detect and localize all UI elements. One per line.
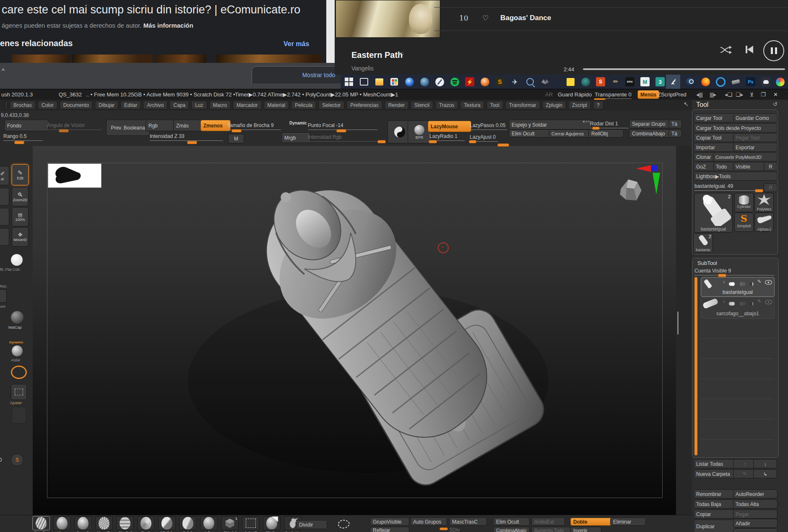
pause-button[interactable] — [763, 40, 784, 61]
track-title[interactable]: Bagoas' Dance — [500, 14, 551, 22]
polymesh-tool-thumb[interactable]: PolyMes — [754, 193, 774, 212]
tool-name-slider-handle[interactable] — [755, 189, 763, 192]
dynamic-label[interactable]: Dynamic — [289, 121, 307, 125]
heart-icon[interactable]: ♡ — [398, 51, 404, 59]
duplicar-button[interactable]: Duplicar — [694, 520, 736, 532]
copiar-subtool-button[interactable]: Copiar — [694, 510, 736, 519]
lightbox-tools-button[interactable]: Lightbox▶Tools — [694, 172, 778, 181]
brush-zmodeler[interactable]: 1 ZModel — [220, 516, 240, 532]
rellobj-button[interactable]: RellObj — [588, 130, 624, 138]
menu-trazos[interactable]: Trazos — [435, 101, 458, 109]
intensidad-rgb-slider[interactable]: Intensidad Rgb — [308, 134, 384, 142]
displacement-icon[interactable] — [750, 300, 754, 307]
d-partial-icon[interactable]: D — [0, 457, 2, 463]
mrgb-button[interactable]: Mrgb — [281, 132, 310, 143]
move-down-button[interactable]: ↓ — [753, 459, 777, 468]
r-button[interactable]: R — [764, 162, 778, 171]
collapse-chevron-icon[interactable]: ^ — [2, 67, 5, 74]
photoshop-icon[interactable]: Ps — [746, 77, 756, 87]
combina-abajo-button[interactable]: CombinaAbajo — [629, 130, 672, 138]
menu-pelicula[interactable]: Pelicula — [291, 101, 316, 109]
sublime-text-icon[interactable]: S — [495, 77, 505, 87]
move-into-button[interactable]: ↳ — [753, 470, 777, 478]
brush-clipcurve[interactable]: ClipCur — [262, 516, 282, 532]
convertir-polymesh-button[interactable]: Convertir PolyMesh3D — [713, 153, 778, 161]
rgb-button[interactable]: Rgb — [146, 120, 177, 131]
red-s-app-icon[interactable]: S — [596, 77, 606, 87]
menu-tool[interactable]: Tool — [486, 101, 503, 109]
brush-inflat[interactable]: Inflat — [199, 516, 219, 532]
cylinder-tool-thumb[interactable]: Cylinder — [734, 193, 754, 212]
steam-icon[interactable] — [685, 77, 695, 87]
elimocult-bottom-button[interactable]: Elim Ocult — [493, 518, 530, 526]
menu-documento[interactable]: Documento — [60, 101, 93, 109]
angulo-slider-handle[interactable] — [59, 129, 69, 132]
menu-help[interactable]: ? — [593, 101, 603, 109]
dim-tray-button[interactable] — [12, 407, 26, 423]
brush-move[interactable]: Move — [52, 516, 72, 532]
doble-button[interactable]: Doble — [570, 518, 613, 526]
shelf-divider-handle[interactable] — [497, 143, 509, 147]
palette-pointer-icon[interactable]: ↖ — [684, 101, 689, 107]
lightning-app-icon[interactable]: ⚡ — [465, 77, 475, 87]
sarcophagus-model[interactable] — [33, 146, 676, 515]
orange-sphere-app-icon[interactable] — [480, 77, 490, 87]
pegar-subtool-button[interactable]: Pegar — [733, 510, 778, 519]
todas-alta-button[interactable]: Todas Alta — [733, 500, 778, 509]
axis-flag-green-icon[interactable] — [653, 173, 660, 195]
r2-button[interactable]: R — [764, 184, 778, 192]
partial-bottom-button[interactable] — [733, 529, 778, 532]
importar-button[interactable]: Importar — [694, 143, 736, 152]
cut-left-icon[interactable] — [0, 188, 9, 205]
subtool-empty-rows[interactable]: · · · · · — [701, 319, 774, 455]
matcap-sphere-icon[interactable] — [11, 311, 23, 324]
select-lasso-icon[interactable] — [336, 518, 351, 529]
restore-icon[interactable]: ❐ — [761, 91, 766, 98]
paintbrush-icon[interactable]: ✎ — [757, 279, 761, 284]
subtool-item-active[interactable]: ⇣ ✎ bastanteIgual — [701, 277, 775, 297]
sdiv-slider[interactable]: SDiv — [449, 527, 466, 532]
file-explorer-icon[interactable] — [374, 77, 384, 87]
bottom-slider-handle[interactable] — [440, 527, 448, 530]
todas-baja-button[interactable]: Todas Baja — [694, 500, 736, 509]
axis-flag-blue-icon[interactable] — [652, 165, 658, 171]
blue-ring-app-icon[interactable] — [715, 77, 726, 87]
combinaabajo-bottom-button[interactable]: CombinaAbajo — [493, 527, 530, 532]
shuffle-icon[interactable] — [720, 45, 732, 54]
autogrupos-button[interactable]: Auto Grupos — [410, 518, 447, 526]
menu-marcador[interactable]: Marcador — [233, 101, 262, 109]
exportar-button[interactable]: Exportar — [733, 143, 778, 152]
cuenta-visible-handle[interactable] — [718, 274, 726, 277]
cascade-right-icon[interactable]: ❏▸ — [736, 91, 743, 98]
brush-selectrect[interactable]: SelectR — [241, 516, 261, 532]
autoreorder-button[interactable]: AutoReorder — [733, 490, 778, 498]
rango-slider-handle[interactable] — [14, 141, 24, 144]
current-tool-thumb[interactable]: 2 bastanteIgual — [694, 193, 733, 233]
menu-transformar[interactable]: Transformar — [505, 101, 540, 109]
camera-head-gizmo[interactable] — [616, 176, 645, 204]
visible-button[interactable]: Visible — [733, 162, 767, 171]
headset-app-icon[interactable] — [419, 77, 429, 87]
cargar-desde-proyecto-button[interactable]: Cargar Tools desde Proyecto — [694, 124, 778, 132]
search-tool-icon[interactable] — [525, 77, 535, 87]
next-doc-icon[interactable]: ||||▸ — [710, 91, 716, 98]
menu-preferencias[interactable]: Preferencias — [346, 101, 382, 109]
moverd-button[interactable]: ✥MoverD — [12, 227, 29, 247]
refresh-icon[interactable]: ↺ — [773, 101, 778, 107]
menu-selector[interactable]: Selector — [318, 101, 344, 109]
discord-icon[interactable] — [761, 77, 771, 87]
cut-left-icon[interactable] — [0, 289, 7, 303]
punto-focal-handle[interactable] — [336, 129, 346, 132]
zmenos-button[interactable]: Zmenos — [200, 120, 231, 131]
prev-doc-icon[interactable]: ◂|||| — [696, 91, 702, 98]
rango-slider[interactable]: Rango 0.5 — [3, 133, 43, 141]
maya-icon[interactable]: M — [640, 77, 650, 87]
eye-visibility-icon[interactable] — [765, 300, 772, 304]
eye-visibility-icon[interactable] — [765, 280, 772, 285]
progress-bar[interactable] — [583, 68, 785, 70]
simplebrush-tool-thumb[interactable]: S SimpleB — [734, 213, 754, 232]
more-info-link[interactable]: Más información — [143, 22, 193, 29]
menu-luz[interactable]: Luz — [191, 101, 207, 109]
actual-size-button[interactable]: ▤100% — [12, 207, 29, 226]
brush-size-handle[interactable] — [231, 129, 242, 132]
